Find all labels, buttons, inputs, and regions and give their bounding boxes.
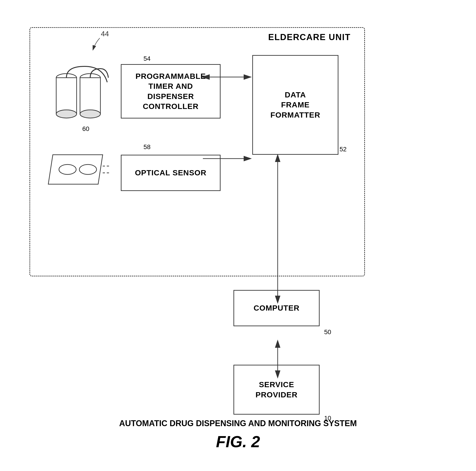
eldercare-label: ELDERCARE UNIT <box>268 32 351 42</box>
tray-illustration <box>46 146 109 191</box>
svg-point-8 <box>79 164 97 175</box>
fig-label: FIG. 2 <box>216 433 260 451</box>
svg-rect-1 <box>56 78 77 114</box>
page: ELDERCARE UNIT PROGRAMMABLETIMER ANDDISP… <box>11 14 465 458</box>
dispenser-svg <box>48 64 112 128</box>
ref-50: 50 <box>324 328 331 336</box>
ref-52: 52 <box>340 146 347 153</box>
service-box: SERVICEPROVIDER <box>234 365 320 415</box>
service-label: SERVICEPROVIDER <box>255 379 298 399</box>
eldercare-boundary: ELDERCARE UNIT PROGRAMMABLETIMER ANDDISP… <box>30 27 365 276</box>
formatter-box: DATAFRAMEFORMATTER <box>252 55 339 155</box>
tray-svg <box>46 146 109 191</box>
dispenser-illustration <box>48 64 112 128</box>
timer-box: PROGRAMMABLETIMER ANDDISPENSERCONTROLLER <box>121 64 221 118</box>
optical-box: OPTICAL SENSOR <box>121 155 221 191</box>
svg-point-2 <box>56 110 77 118</box>
formatter-label: DATAFRAMEFORMATTER <box>271 90 320 120</box>
svg-point-7 <box>59 164 76 175</box>
ref-58: 58 <box>143 143 151 151</box>
ref-54: 54 <box>143 55 151 62</box>
timer-label: PROGRAMMABLETIMER ANDDISPENSERCONTROLLER <box>136 71 206 111</box>
svg-rect-4 <box>80 78 101 114</box>
caption: AUTOMATIC DRUG DISPENSING AND MONITORING… <box>119 419 357 428</box>
computer-box: COMPUTER <box>234 290 320 326</box>
svg-point-5 <box>80 110 101 118</box>
optical-label: OPTICAL SENSOR <box>135 168 206 178</box>
computer-label: COMPUTER <box>254 303 300 313</box>
